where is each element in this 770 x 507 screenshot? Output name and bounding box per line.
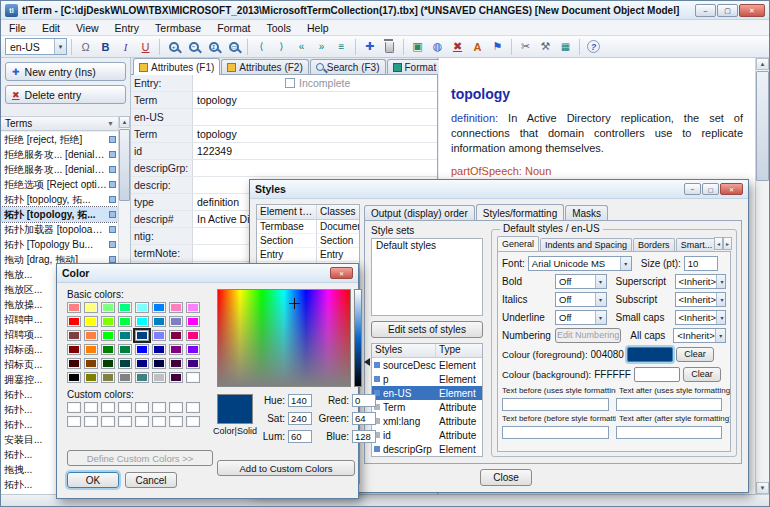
color-swatch[interactable] <box>135 358 149 369</box>
color-swatch[interactable] <box>169 302 183 313</box>
underline-combo[interactable]: Off▾ <box>555 310 607 325</box>
custom-color-swatch[interactable] <box>169 402 183 413</box>
define-custom-colors-button[interactable]: Define Custom Colors >> <box>67 450 213 466</box>
color-swatch[interactable] <box>152 330 166 341</box>
background-colour-button[interactable] <box>634 367 680 382</box>
style-row[interactable]: pElement <box>372 372 482 386</box>
color-swatch[interactable] <box>152 302 166 313</box>
scrollbar-thumb[interactable] <box>119 129 130 201</box>
en-us-field[interactable] <box>193 109 437 125</box>
custom-color-swatch[interactable] <box>152 416 166 427</box>
term-field[interactable]: topology <box>193 92 437 108</box>
color-swatch[interactable] <box>169 358 183 369</box>
custom-color-swatch[interactable] <box>135 416 149 427</box>
ok-button[interactable]: OK <box>67 472 119 488</box>
close-button[interactable]: ✕ <box>330 267 353 279</box>
menu-format[interactable]: Format <box>209 21 258 35</box>
menu-entry[interactable]: Entry <box>107 21 148 35</box>
clear-foreground-button[interactable]: Clear <box>676 347 714 362</box>
descripgrp-field[interactable] <box>193 160 437 176</box>
color-swatch[interactable] <box>84 344 98 355</box>
color-swatch[interactable] <box>67 372 81 383</box>
menu-tools[interactable]: Tools <box>258 21 299 35</box>
tab-scroll-left-icon[interactable]: ◂ <box>714 237 723 250</box>
color-swatch[interactable] <box>169 316 183 327</box>
edit-numbering-button[interactable]: Edit Numbering <box>555 328 621 343</box>
term-list-item[interactable]: 拒绝服务攻... [denial of ser... <box>1 147 118 162</box>
styles-column-header[interactable]: Styles <box>372 344 436 357</box>
red-input[interactable]: 0 <box>352 394 376 407</box>
color-swatch[interactable] <box>67 302 81 313</box>
tab-scroll-right-icon[interactable]: ▸ <box>723 237 732 250</box>
incomplete-checkbox[interactable] <box>285 78 295 88</box>
text-before-uses-input[interactable] <box>502 398 609 411</box>
color-swatch[interactable] <box>135 302 149 313</box>
element-types-header[interactable]: Element types <box>257 205 317 219</box>
title-bar[interactable]: tl tlTerm - [C:\djDeskW\LOW\TBX\MICROSOF… <box>1 1 769 20</box>
color-dialog-titlebar[interactable]: Color ✕ <box>57 264 358 283</box>
character-map-icon[interactable]: Ω <box>76 38 95 56</box>
chevron-down-icon[interactable]: ▾ <box>54 39 66 54</box>
color-swatch[interactable] <box>169 330 183 341</box>
term-list-item[interactable]: 拓扑 [Topology Bu... <box>1 237 118 252</box>
color-swatch[interactable] <box>186 316 200 327</box>
custom-color-swatch[interactable] <box>186 416 200 427</box>
chevron-down-icon[interactable]: ▾ <box>716 311 726 324</box>
zoom-100-icon[interactable]: 1 <box>204 38 223 56</box>
color-swatch[interactable] <box>84 372 98 383</box>
close-button[interactable]: ✕ <box>720 183 743 195</box>
text-after-after-input[interactable] <box>616 426 723 439</box>
color-swatch[interactable] <box>84 358 98 369</box>
color-swatch[interactable] <box>169 344 183 355</box>
color-swatch[interactable] <box>152 358 166 369</box>
luminance-arrow-icon[interactable] <box>364 358 370 366</box>
menu-edit[interactable]: Edit <box>34 21 68 35</box>
type-column-header[interactable]: Type <box>436 344 464 357</box>
delete-entry-icon[interactable] <box>380 38 399 56</box>
minimize-button[interactable]: – <box>684 183 701 195</box>
element-type-row[interactable]: EntryEntry <box>257 248 359 262</box>
tab-styles-formatting[interactable]: Styles/formatting <box>476 204 564 221</box>
tab-attributes-f2[interactable]: Attributes (F2) <box>221 59 308 74</box>
xml-tags-open-icon[interactable]: « <box>292 38 311 56</box>
foreground-colour-button[interactable] <box>627 347 673 362</box>
color-swatch[interactable] <box>101 330 115 341</box>
color-swatch-selected[interactable] <box>135 330 149 341</box>
small-caps-combo[interactable]: <Inherit>▾ <box>675 310 727 325</box>
menu-file[interactable]: File <box>1 21 34 35</box>
edit-sets-button[interactable]: Edit sets of styles <box>371 321 483 338</box>
tools-icon[interactable]: ⚒ <box>536 38 555 56</box>
element-type-row[interactable]: SectionSection <box>257 234 359 248</box>
menu-view[interactable]: View <box>68 21 107 35</box>
color-swatch[interactable] <box>118 316 132 327</box>
cut-icon[interactable]: ✂ <box>516 38 535 56</box>
tab-search-f3[interactable]: Search (F3) <box>310 59 386 74</box>
menu-termbase[interactable]: Termbase <box>147 21 209 35</box>
color-swatch[interactable] <box>84 316 98 327</box>
globe-icon[interactable]: ◍ <box>428 38 447 56</box>
menu-help[interactable]: Help <box>299 21 337 35</box>
color-swatch[interactable] <box>186 344 200 355</box>
zoom-fit-icon[interactable]: ▭ <box>224 38 243 56</box>
new-entry-button[interactable]: ✚ New entry (Ins) <box>5 62 126 81</box>
color-swatch[interactable] <box>118 302 132 313</box>
cancel-button[interactable]: Cancel <box>125 472 177 488</box>
scroll-down-icon[interactable]: ▼ <box>756 482 769 494</box>
all-caps-combo[interactable]: <Inherit>▾ <box>673 328 726 343</box>
custom-color-swatch[interactable] <box>101 416 115 427</box>
custom-color-swatch[interactable] <box>84 416 98 427</box>
hue-saturation-field[interactable] <box>217 289 351 387</box>
color-swatch[interactable] <box>84 302 98 313</box>
style-sets-list[interactable]: Default styles <box>371 238 483 316</box>
hue-input[interactable]: 140 <box>288 394 312 407</box>
style-row[interactable]: descripGrpElement <box>372 442 482 456</box>
color-swatch[interactable] <box>135 344 149 355</box>
term-list-item[interactable]: 拒绝 [reject, 拒绝] <box>1 132 118 147</box>
zoom-in-icon[interactable]: + <box>164 38 183 56</box>
green-input[interactable]: 64 <box>352 412 376 425</box>
id-field[interactable]: 122349 <box>193 143 437 159</box>
chevron-down-icon[interactable]: ▾ <box>716 275 726 288</box>
bold-combo[interactable]: Off▾ <box>555 274 607 289</box>
scroll-up-icon[interactable]: ▲ <box>756 58 769 70</box>
chevron-down-icon[interactable]: ▾ <box>716 293 726 306</box>
